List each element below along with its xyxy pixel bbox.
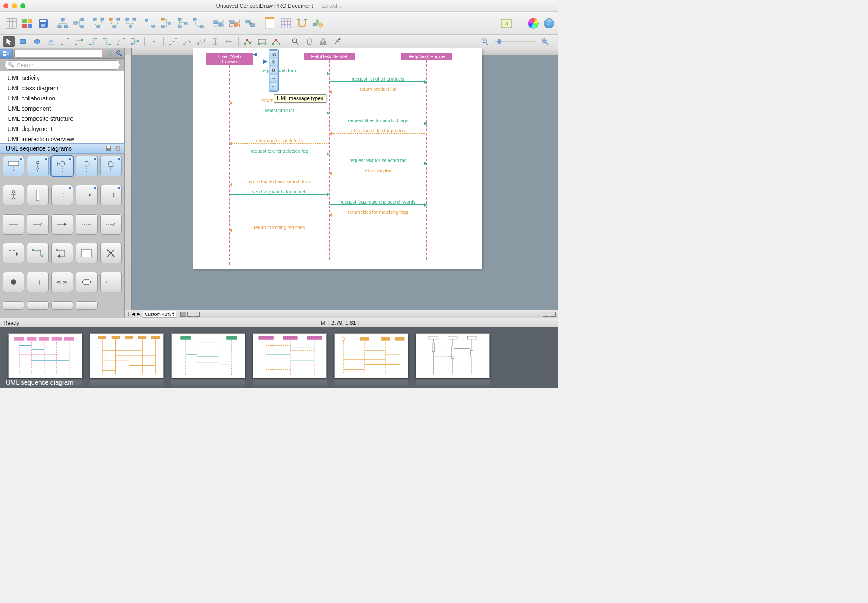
close-lib-icon[interactable] bbox=[114, 145, 122, 152]
zoom-select[interactable]: Custom 42% ▴▾ bbox=[143, 311, 176, 318]
save-lib-icon[interactable] bbox=[105, 145, 112, 152]
list-item[interactable]: UML interaction overview bbox=[0, 134, 124, 143]
shape-actor[interactable] bbox=[27, 156, 48, 176]
msg-line[interactable] bbox=[329, 81, 427, 82]
maximize-button[interactable] bbox=[20, 3, 25, 8]
edit-points-tool-1[interactable] bbox=[242, 36, 255, 47]
shape-arrow-simple[interactable] bbox=[27, 214, 48, 234]
curve-tool[interactable] bbox=[115, 36, 127, 47]
title-chevron-icon[interactable]: ⌄ bbox=[339, 4, 342, 8]
zoom-tool[interactable] bbox=[289, 36, 302, 47]
msg-line[interactable] bbox=[329, 173, 427, 173]
shape-dash-arrow[interactable] bbox=[100, 214, 122, 234]
dimension-h-tool[interactable] bbox=[223, 36, 235, 47]
actor-engine[interactable]: HelpDesk Engine bbox=[401, 53, 452, 260]
flyout-collapse-icon[interactable]: ◀ bbox=[253, 51, 257, 57]
shape-boundary[interactable] bbox=[51, 156, 73, 176]
palette-icon[interactable] bbox=[20, 17, 34, 30]
pages-toggle-icon[interactable]: ∥ bbox=[127, 311, 130, 317]
shape-arrow-filled[interactable] bbox=[51, 214, 73, 234]
snap-icon[interactable] bbox=[295, 17, 309, 30]
shape-extra-4[interactable] bbox=[76, 301, 97, 310]
template-card[interactable] bbox=[416, 333, 490, 378]
minimize-button[interactable] bbox=[12, 3, 17, 8]
connector-icon-1[interactable] bbox=[92, 17, 105, 30]
msg-line[interactable] bbox=[230, 113, 329, 113]
search-input[interactable]: 🔍Search bbox=[4, 60, 120, 70]
sidebar-filter-input[interactable] bbox=[14, 50, 102, 57]
shape-msg-dash-arrow[interactable] bbox=[51, 185, 73, 205]
list-item[interactable]: UML component bbox=[0, 103, 124, 114]
layout-grid-icon[interactable] bbox=[279, 17, 293, 30]
shape-note[interactable] bbox=[100, 272, 122, 292]
flyout-item-2[interactable] bbox=[270, 59, 277, 66]
shape-dash-line[interactable] bbox=[76, 214, 97, 234]
flyout-item-1[interactable] bbox=[270, 50, 277, 58]
zoom-in-button[interactable] bbox=[539, 36, 552, 47]
pointer-tool[interactable] bbox=[3, 36, 15, 47]
page[interactable]: User (WebBrowser) HelpDesk Servlet HelpD… bbox=[193, 48, 482, 269]
shape-self-return[interactable] bbox=[51, 243, 73, 263]
point-add-tool[interactable] bbox=[148, 36, 160, 47]
view-mode-2[interactable] bbox=[187, 312, 193, 317]
text-box-tool[interactable] bbox=[45, 36, 57, 47]
shape-msg-solid-arrow[interactable] bbox=[76, 185, 97, 205]
view-mode-1[interactable] bbox=[180, 312, 186, 317]
elbow-tool-1[interactable] bbox=[73, 36, 85, 47]
pan-tool[interactable] bbox=[303, 36, 316, 47]
rectangle-tool[interactable] bbox=[17, 36, 29, 47]
edit-points-tool-3[interactable] bbox=[270, 36, 283, 47]
msg-line[interactable] bbox=[230, 194, 329, 195]
edit-points-tool-2[interactable] bbox=[256, 36, 269, 47]
template-card[interactable] bbox=[8, 333, 82, 378]
connector-icon-3[interactable] bbox=[124, 17, 137, 30]
msg-line[interactable] bbox=[230, 184, 329, 184]
next-page-icon[interactable]: ▶ bbox=[137, 311, 140, 317]
actor-user[interactable]: User (WebBrowser) bbox=[206, 53, 253, 265]
msg-line[interactable] bbox=[329, 163, 427, 163]
dimension-v-tool[interactable] bbox=[209, 36, 221, 47]
msg-line[interactable] bbox=[230, 103, 329, 103]
msg-line[interactable] bbox=[329, 133, 427, 134]
shape-line[interactable] bbox=[3, 214, 24, 234]
template-card[interactable] bbox=[171, 333, 245, 378]
template-card[interactable] bbox=[90, 333, 164, 378]
group-icon-3[interactable] bbox=[244, 17, 257, 30]
color-wheel-icon[interactable] bbox=[528, 18, 539, 29]
msg-line[interactable] bbox=[329, 204, 427, 205]
shape-extra-1[interactable] bbox=[3, 301, 24, 310]
template-card[interactable] bbox=[253, 333, 327, 378]
shape-extra-2[interactable] bbox=[27, 301, 48, 310]
group-icon-1[interactable] bbox=[211, 17, 225, 30]
freehand-line-tool[interactable] bbox=[167, 36, 179, 47]
group-icon-2[interactable] bbox=[227, 17, 241, 30]
page-icon[interactable] bbox=[263, 17, 277, 30]
tree-icon-2[interactable] bbox=[72, 17, 86, 30]
msg-line[interactable] bbox=[230, 73, 329, 73]
shape-control[interactable] bbox=[76, 156, 97, 176]
shape-lifeline-box[interactable] bbox=[3, 156, 24, 176]
flyout-item-3[interactable] bbox=[270, 67, 277, 74]
ellipse-tool[interactable] bbox=[31, 36, 43, 47]
flyout-play-icon[interactable]: ▶ bbox=[263, 58, 268, 64]
list-item[interactable]: UML collaboration bbox=[0, 93, 124, 103]
save-icon[interactable] bbox=[36, 17, 50, 30]
elbow-tool-3[interactable] bbox=[101, 36, 113, 47]
eyedropper-tool[interactable] bbox=[331, 36, 344, 47]
zoom-slider-thumb[interactable] bbox=[497, 39, 501, 44]
prev-page-icon[interactable]: ◀ bbox=[132, 311, 135, 317]
align-icon-1[interactable] bbox=[143, 17, 157, 30]
msg-line[interactable] bbox=[230, 230, 329, 230]
view-mode-3[interactable] bbox=[194, 312, 200, 317]
msg-line[interactable] bbox=[329, 215, 427, 215]
align-icon-4[interactable] bbox=[192, 17, 205, 30]
close-button[interactable] bbox=[3, 3, 8, 8]
text-tool-icon[interactable]: A bbox=[500, 17, 513, 30]
zoom-slider[interactable] bbox=[494, 41, 536, 42]
template-card[interactable] bbox=[334, 333, 408, 378]
stamp-tool[interactable] bbox=[317, 36, 330, 47]
shape-constraint[interactable]: { } bbox=[27, 272, 48, 292]
shape-frame[interactable] bbox=[76, 243, 97, 263]
list-item[interactable]: UML activity bbox=[0, 73, 124, 83]
shape-oval[interactable] bbox=[76, 272, 97, 292]
